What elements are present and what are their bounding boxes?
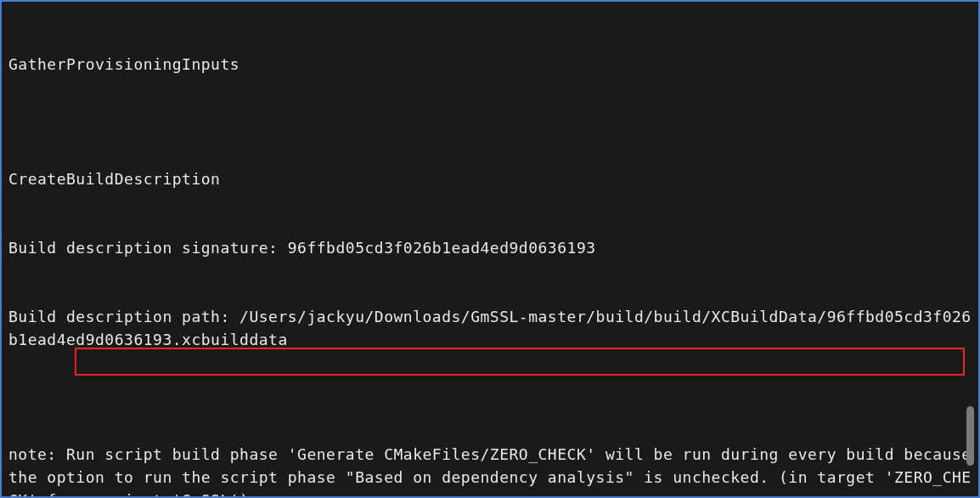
scrollbar-thumb[interactable] [966, 406, 974, 466]
output-line: CreateBuildDescription [8, 167, 972, 190]
output-line: note: Run script build phase 'Generate C… [8, 443, 972, 498]
output-line: GatherProvisioningInputs [8, 53, 972, 76]
output-line: Build description path: /Users/jackyu/Do… [8, 305, 972, 351]
terminal-output: GatherProvisioningInputs CreateBuildDesc… [2, 2, 978, 498]
output-line: Build description signature: 96ffbd05cd3… [8, 236, 972, 259]
scrollbar-track[interactable] [966, 2, 974, 496]
